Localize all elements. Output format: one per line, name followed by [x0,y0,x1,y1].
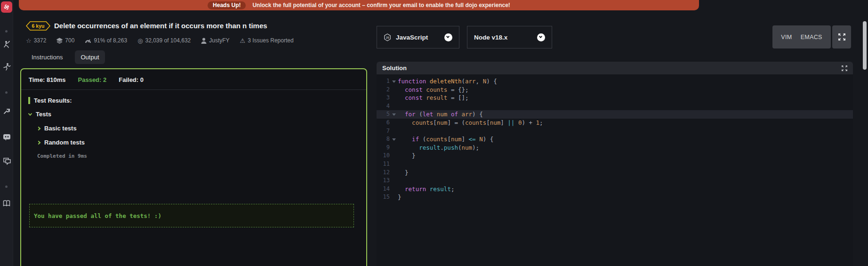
code-line[interactable]: 2 const counts = {}; [377,86,853,94]
fold-gutter [390,119,398,127]
line-number: 2 [377,86,390,94]
fold-gutter [390,144,398,152]
code-line[interactable]: 3 const result = []; [377,94,853,102]
collections-icon [56,38,63,44]
language-value: JavaScript [396,34,440,41]
chevron-right-icon [37,126,40,130]
tab-instructions[interactable]: Instructions [26,50,68,64]
code-line[interactable]: 1function deleteNth(arr, N) { [377,77,853,86]
test-results-label: Test Results: [28,97,366,104]
line-number: 11 [377,160,390,169]
code-line[interactable]: 13 [377,177,853,185]
line-number: 7 [377,127,390,136]
sidebar-divider-dot [5,91,8,94]
code-line[interactable]: 5 for (let num of arr) { [377,110,853,119]
freestyle-sparring-icon[interactable] [0,40,13,48]
code-text: } [398,193,402,202]
fold-gutter [390,152,398,160]
success-message: You have passed all of the tests! :) [34,212,161,219]
failed-count: Failed: 0 [119,76,144,83]
completed-time: Completed in 9ms [37,153,87,159]
tab-output[interactable]: Output [75,50,104,64]
chevron-down-icon [28,112,32,115]
kata-title[interactable]: Delete occurrences of an element if it o… [54,22,267,30]
code-lines: 1function deleteNth(arr, N) {2 const cou… [377,77,853,202]
line-number: 1 [377,77,390,86]
tree-item-tests[interactable]: Tests [29,111,51,118]
line-number: 15 [377,193,390,202]
satisfaction-stat: 91% of 8,263 [85,37,127,44]
tree-item-random-tests[interactable]: Random tests [37,139,85,146]
language-dropdown[interactable]: JS JavaScript [377,26,459,48]
code-line[interactable]: 15} [377,193,853,202]
code-line[interactable]: 4 [377,102,853,111]
chevron-down-circle-icon [444,33,452,41]
runtime-value: Node v18.x [474,34,532,41]
line-number: 6 [377,119,390,127]
code-text: } [398,152,416,160]
kata-rank-badge[interactable]: 6 kyu [26,21,50,31]
page-scrollbar-thumb[interactable] [863,21,867,70]
line-number: 3 [377,94,390,102]
author-stat[interactable]: JustyFY [201,37,229,44]
line-number: 5 [377,110,390,119]
fold-gutter [390,169,398,177]
code-line[interactable]: 9 result.push(num); [377,144,853,152]
code-line[interactable]: 6 counts[num] = (counts[num] || 0) + 1; [377,119,853,127]
code-text: const result = []; [398,94,469,102]
line-number: 12 [377,169,390,177]
sidebar [0,0,13,266]
code-line[interactable]: 7 [377,127,853,136]
leaderboard-arrow-icon[interactable] [0,108,13,114]
solution-panel-header: Solution [377,62,853,74]
completed-target-icon: ◎ [137,38,143,44]
code-text: counts[num] = (counts[num] || 0) + 1; [398,119,543,127]
code-text: result.push(num); [398,144,479,152]
email-confirm-banner: Heads Up! Unlock the full potential of y… [19,0,699,10]
code-text: const counts = {}; [398,86,469,94]
docs-book-icon[interactable] [0,200,13,207]
emacs-button[interactable]: EMACS [801,34,822,40]
svg-text:JS: JS [386,35,389,39]
code-line[interactable]: 10 } [377,152,853,160]
fold-gutter [390,177,398,185]
star-icon: ☆ [26,38,32,44]
kata-training-icon[interactable] [0,62,13,71]
fold-gutter [390,193,398,202]
vim-button[interactable]: VIM [781,34,792,40]
collections-stat: 700 [56,37,74,44]
fullscreen-button[interactable] [832,25,851,48]
line-number: 9 [377,144,390,152]
code-text: for (let num of arr) { [398,110,483,119]
code-line[interactable]: 8 if (counts[num] <= N) { [377,135,853,144]
code-line[interactable]: 14 return result; [377,185,853,193]
sidebar-divider-dot [5,30,8,32]
discussions-chat-icon[interactable] [0,157,13,165]
stars-stat: ☆ 3372 [26,37,46,44]
codewars-logo-icon[interactable] [1,1,12,13]
fold-arrow-icon[interactable] [390,135,398,144]
code-text: if (counts[num] <= N) { [398,135,493,144]
discord-icon[interactable] [0,133,13,141]
tree-item-basic-tests[interactable]: Basic tests [37,125,77,132]
code-line[interactable]: 11 [377,160,853,169]
expand-icon [838,33,845,40]
javascript-icon: JS [384,33,391,41]
fold-arrow-icon[interactable] [390,77,398,86]
output-summary: Time: 810ms Passed: 2 Failed: 0 [21,69,366,90]
fold-arrow-icon[interactable] [390,110,398,119]
success-message-box: You have passed all of the tests! :) [29,204,354,227]
issues-stat[interactable]: ⚠ 3 Issues Reported [240,37,294,44]
banner-message: Unlock the full potential of your accoun… [252,2,510,8]
solution-expand-icon[interactable] [842,65,847,71]
line-number: 14 [377,185,390,193]
fold-gutter [390,160,398,169]
code-text: return result; [398,185,454,193]
code-editor[interactable]: 1function deleteNth(arr, N) {2 const cou… [377,74,853,266]
code-line[interactable]: 12 } [377,169,853,177]
fold-gutter [390,102,398,111]
passed-count: Passed: 2 [78,76,107,83]
runtime-dropdown[interactable]: Node v18.x [467,26,552,48]
code-text: function deleteNth(arr, N) { [398,77,497,86]
solution-title: Solution [382,64,842,72]
